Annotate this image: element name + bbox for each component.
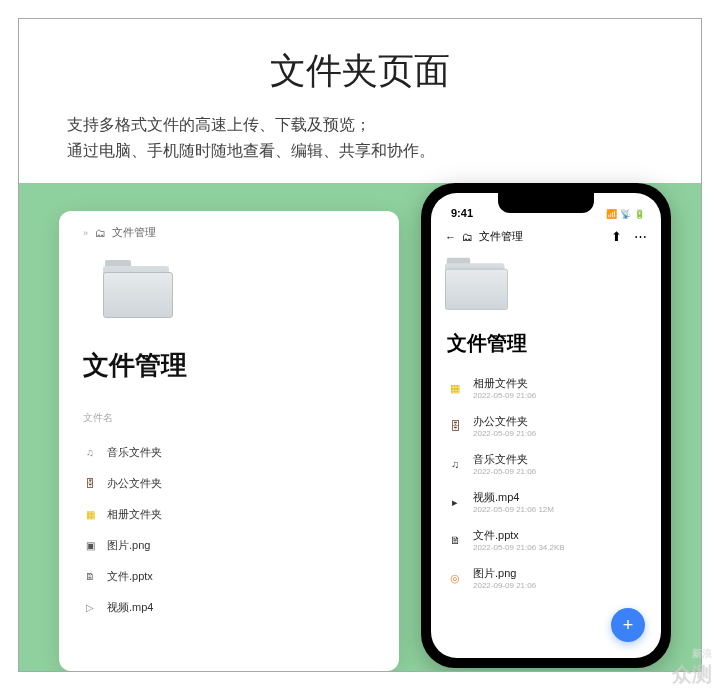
album-folder-icon: ▦ bbox=[447, 380, 463, 396]
video-file-icon: ▸ bbox=[447, 494, 463, 510]
list-item-pptx-file[interactable]: 🗎文件.pptx2022-05-09 21:06 34.2KB bbox=[431, 521, 661, 559]
outer-frame: 文件夹页面 支持多格式文件的高速上传、下载及预览； 通过电脑、手机随时随地查看、… bbox=[18, 18, 702, 672]
wifi-icon: 📡 bbox=[620, 209, 631, 219]
desktop-heading: 文件管理 bbox=[83, 348, 375, 383]
chevron-icon: » bbox=[83, 228, 88, 238]
page-title: 文件夹页面 bbox=[67, 47, 653, 96]
phone-heading: 文件管理 bbox=[431, 330, 661, 357]
desktop-panel: » 🗂 文件管理 文件管理 文件名 ♫音乐文件夹🗄办公文件夹▦相册文件夹▣图片.… bbox=[59, 211, 399, 671]
back-button[interactable]: ← bbox=[445, 231, 456, 243]
file-meta: 2022-05-09 21:06 bbox=[473, 391, 536, 400]
share-button[interactable]: ⬆ bbox=[611, 229, 622, 244]
file-name: 图片.png bbox=[107, 538, 150, 553]
notch bbox=[498, 193, 594, 213]
pptx-file-icon: 🗎 bbox=[447, 532, 463, 548]
folder-illustration bbox=[445, 256, 510, 310]
file-name: 视频.mp4 bbox=[107, 600, 153, 615]
list-item-image-file[interactable]: ◎图片.png2022-09-09 21:06 bbox=[431, 559, 661, 597]
file-name: 相册文件夹 bbox=[107, 507, 162, 522]
phone-topbar: ← 🗂 文件管理 ⬆ ⋯ bbox=[431, 221, 661, 250]
music-folder-icon: ♫ bbox=[83, 446, 97, 460]
watermark: 新浪 众测 bbox=[672, 647, 712, 688]
phone-device: 9:41 📶 📡 🔋 ← 🗂 文件管理 ⬆ ⋯ bbox=[421, 183, 671, 668]
list-item-video-file[interactable]: ▷视频.mp4 bbox=[83, 592, 375, 623]
battery-icon: 🔋 bbox=[634, 209, 645, 219]
list-item-office-folder[interactable]: 🗄办公文件夹 bbox=[83, 468, 375, 499]
file-name: 音乐文件夹 bbox=[473, 452, 536, 467]
list-item-album-folder[interactable]: ▦相册文件夹 bbox=[83, 499, 375, 530]
file-meta: 2022-09-09 21:06 bbox=[473, 581, 536, 590]
file-meta: 2022-05-09 21:06 34.2KB bbox=[473, 543, 565, 552]
office-folder-icon: 🗄 bbox=[83, 477, 97, 491]
more-button[interactable]: ⋯ bbox=[634, 229, 647, 244]
list-item-image-file[interactable]: ▣图片.png bbox=[83, 530, 375, 561]
file-name: 音乐文件夹 bbox=[107, 445, 162, 460]
list-item-album-folder[interactable]: ▦相册文件夹2022-05-09 21:06 bbox=[431, 369, 661, 407]
list-item-music-folder[interactable]: ♫音乐文件夹 bbox=[83, 437, 375, 468]
image-file-icon: ◎ bbox=[447, 570, 463, 586]
list-item-video-file[interactable]: ▸视频.mp42022-05-09 21:06 12M bbox=[431, 483, 661, 521]
file-name: 文件.pptx bbox=[107, 569, 153, 584]
file-name: 办公文件夹 bbox=[473, 414, 536, 429]
status-time: 9:41 bbox=[451, 207, 473, 219]
page-subtitle: 支持多格式文件的高速上传、下载及预览； 通过电脑、手机随时随地查看、编辑、共享和… bbox=[67, 112, 653, 163]
add-button[interactable]: + bbox=[611, 608, 645, 642]
video-file-icon: ▷ bbox=[83, 601, 97, 615]
file-name: 办公文件夹 bbox=[107, 476, 162, 491]
file-meta: 2022-05-09 21:06 12M bbox=[473, 505, 554, 514]
desktop-file-list: ♫音乐文件夹🗄办公文件夹▦相册文件夹▣图片.png🗎文件.pptx▷视频.mp4 bbox=[83, 437, 375, 623]
breadcrumb[interactable]: » 🗂 文件管理 bbox=[83, 225, 375, 240]
status-indicators: 📶 📡 🔋 bbox=[606, 209, 645, 219]
folder-icon: 🗂 bbox=[94, 227, 106, 239]
office-folder-icon: 🗄 bbox=[447, 418, 463, 434]
file-name: 图片.png bbox=[473, 566, 536, 581]
file-name: 文件.pptx bbox=[473, 528, 565, 543]
list-item-music-folder[interactable]: ♫音乐文件夹2022-05-09 21:06 bbox=[431, 445, 661, 483]
page-header: 文件夹页面 支持多格式文件的高速上传、下载及预览； 通过电脑、手机随时随地查看、… bbox=[19, 19, 701, 183]
phone-screen: 9:41 📶 📡 🔋 ← 🗂 文件管理 ⬆ ⋯ bbox=[431, 193, 661, 658]
stage: » 🗂 文件管理 文件管理 文件名 ♫音乐文件夹🗄办公文件夹▦相册文件夹▣图片.… bbox=[19, 183, 701, 672]
folder-icon: 🗂 bbox=[462, 231, 473, 243]
list-item-office-folder[interactable]: 🗄办公文件夹2022-05-09 21:06 bbox=[431, 407, 661, 445]
folder-illustration bbox=[103, 258, 175, 318]
signal-icon: 📶 bbox=[606, 209, 617, 219]
album-folder-icon: ▦ bbox=[83, 508, 97, 522]
breadcrumb-label: 文件管理 bbox=[112, 225, 156, 240]
pptx-file-icon: 🗎 bbox=[83, 570, 97, 584]
image-file-icon: ▣ bbox=[83, 539, 97, 553]
file-name: 视频.mp4 bbox=[473, 490, 554, 505]
list-item-pptx-file[interactable]: 🗎文件.pptx bbox=[83, 561, 375, 592]
music-folder-icon: ♫ bbox=[447, 456, 463, 472]
file-meta: 2022-05-09 21:06 bbox=[473, 467, 536, 476]
column-header-filename: 文件名 bbox=[83, 411, 375, 425]
breadcrumb-label[interactable]: 文件管理 bbox=[479, 229, 523, 244]
file-meta: 2022-05-09 21:06 bbox=[473, 429, 536, 438]
file-name: 相册文件夹 bbox=[473, 376, 536, 391]
